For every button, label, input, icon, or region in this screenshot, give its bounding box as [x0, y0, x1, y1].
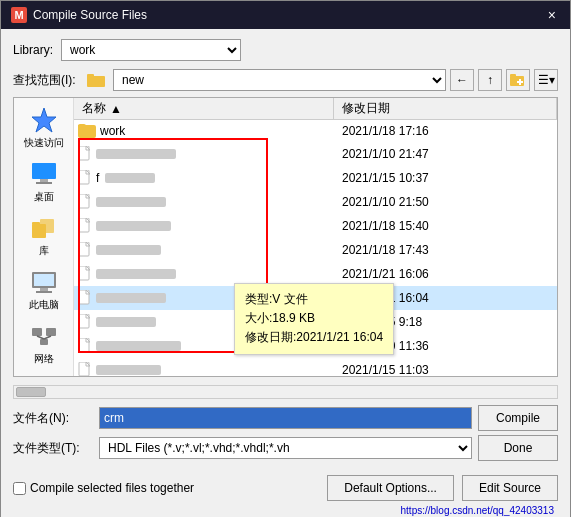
svg-rect-8	[40, 179, 48, 182]
blurred-filename	[105, 173, 155, 183]
column-header-name[interactable]: 名称 ▲	[74, 98, 334, 119]
sort-arrow: ▲	[110, 102, 122, 116]
file-icon	[78, 314, 92, 330]
table-row[interactable]: 2021/1/10 21:50	[74, 190, 557, 214]
compile-together-label: Compile selected files together	[30, 481, 194, 495]
library-row: Library: work	[13, 39, 558, 61]
table-row[interactable]: 2021/1/15 11:03	[74, 358, 557, 376]
sidebar-desktop[interactable]: 桌面	[16, 156, 72, 208]
svg-line-21	[44, 336, 51, 339]
sidebar-computer[interactable]: 此电脑	[16, 264, 72, 316]
filetype-select[interactable]: HDL Files (*.v;*.vl;*.vhd;*.vhdl;*.vh	[99, 437, 472, 459]
svg-rect-19	[40, 339, 48, 345]
library-label: Library:	[13, 43, 53, 57]
table-row[interactable]: 2021/1/18 17:43	[74, 238, 557, 262]
file-list-area[interactable]: 名称 ▲ 修改日期 w	[74, 98, 557, 376]
library-select[interactable]: work	[61, 39, 241, 61]
svg-rect-7	[32, 163, 56, 179]
nav-up-button[interactable]: ↑	[478, 69, 502, 91]
file-name-cell	[74, 192, 334, 212]
file-date-cell: 2021/1/18 17:43	[334, 241, 557, 259]
file-date-cell: 2021/1/18 15:40	[334, 217, 557, 235]
svg-rect-17	[32, 328, 42, 336]
file-date-cell: 2021/1/15 11:03	[334, 361, 557, 376]
file-date-cell: 2021/1/10 21:47	[334, 145, 557, 163]
file-icon	[78, 146, 92, 162]
file-icon	[78, 242, 92, 258]
title-bar-left: M Compile Source Files	[11, 7, 147, 23]
table-row[interactable]: f 2021/1/15 10:37	[74, 166, 557, 190]
file-list-header: 名称 ▲ 修改日期	[74, 98, 557, 120]
file-icon	[78, 170, 92, 186]
default-options-button[interactable]: Default Options...	[327, 475, 454, 501]
svg-rect-11	[32, 222, 40, 225]
blurred-filename	[96, 269, 176, 279]
file-name-cell	[74, 360, 334, 376]
nav-directory-select[interactable]: new	[113, 69, 446, 91]
table-row[interactable]: work 2021/1/18 17:16	[74, 120, 557, 142]
svg-rect-9	[36, 182, 52, 184]
svg-marker-6	[32, 108, 56, 132]
done-button[interactable]: Done	[478, 435, 558, 461]
svg-line-20	[37, 336, 44, 339]
file-date-cell: 2021/1/10 21:50	[334, 193, 557, 211]
tooltip-type: 类型:V 文件	[245, 290, 383, 309]
nav-new-folder-button[interactable]	[506, 69, 530, 91]
watermark: https://blog.csdn.net/qq_42403313	[13, 505, 558, 517]
bottom-buttons: Compile selected files together Default …	[13, 469, 558, 505]
sidebar-library[interactable]: 库	[16, 210, 72, 262]
blurred-filename	[96, 221, 171, 231]
sidebar-network-label: 网络	[34, 352, 54, 366]
horizontal-scrollbar[interactable]	[13, 385, 558, 399]
sidebar-network[interactable]: 网络	[16, 318, 72, 370]
table-row[interactable]: 2021/1/18 15:40	[74, 214, 557, 238]
compile-together-checkbox[interactable]	[13, 482, 26, 495]
file-icon	[78, 194, 92, 210]
svg-rect-14	[34, 274, 54, 286]
checkbox-row: Compile selected files together	[13, 481, 319, 495]
filename-input[interactable]	[99, 407, 472, 429]
svg-rect-18	[46, 328, 56, 336]
column-header-date[interactable]: 修改日期	[334, 98, 557, 119]
file-icon	[78, 290, 92, 306]
file-name-cell	[74, 144, 334, 164]
blurred-filename	[96, 245, 161, 255]
sidebar-quick-access-label: 快速访问	[24, 136, 64, 150]
title-bar: M Compile Source Files ×	[1, 1, 570, 29]
blurred-filename	[96, 341, 181, 351]
file-name-text: work	[100, 124, 125, 138]
file-name-cell: work	[74, 122, 334, 140]
file-icon	[78, 338, 92, 354]
scrollbar-thumb[interactable]	[16, 387, 46, 397]
dialog-title: Compile Source Files	[33, 8, 147, 22]
sidebar-quick-access[interactable]: 快速访问	[16, 102, 72, 154]
blurred-filename	[96, 317, 156, 327]
filename-label: 文件名(N):	[13, 410, 93, 427]
nav-label: 查找范围(I):	[13, 72, 83, 89]
compile-button[interactable]: Compile	[478, 405, 558, 431]
file-name-cell: f	[74, 168, 334, 188]
sidebar-computer-label: 此电脑	[29, 298, 59, 312]
sidebar-desktop-label: 桌面	[34, 190, 54, 204]
dialog-body: Library: work 查找范围(I): new ← ↑	[1, 29, 570, 517]
edit-source-button[interactable]: Edit Source	[462, 475, 558, 501]
file-name-cell	[74, 240, 334, 260]
folder-icon	[78, 124, 96, 138]
partial-filename: f	[96, 171, 99, 185]
table-row[interactable]: 2021/1/10 21:47	[74, 142, 557, 166]
file-name-cell	[74, 264, 334, 284]
close-button[interactable]: ×	[544, 7, 560, 23]
file-date-cell: 2021/1/15 10:37	[334, 169, 557, 187]
file-icon	[78, 218, 92, 234]
file-name-cell	[74, 216, 334, 236]
left-sidebar: 快速访问 桌面 库	[14, 98, 74, 376]
blurred-filename	[96, 197, 166, 207]
filetype-row: 文件类型(T): HDL Files (*.v;*.vl;*.vhd;*.vhd…	[13, 435, 558, 461]
app-icon: M	[11, 7, 27, 23]
file-browser: 快速访问 桌面 库	[13, 97, 558, 377]
nav-back-button[interactable]: ←	[450, 69, 474, 91]
filetype-label: 文件类型(T):	[13, 440, 93, 457]
nav-views-button[interactable]: ☰▾	[534, 69, 558, 91]
tooltip-date: 修改日期:2021/1/21 16:04	[245, 328, 383, 347]
nav-folder-icon	[87, 73, 105, 87]
